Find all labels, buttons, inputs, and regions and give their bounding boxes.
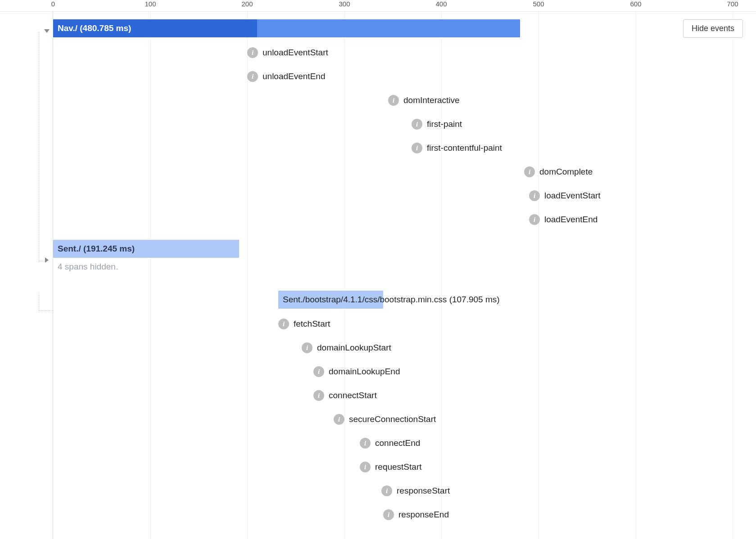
gridline-100 bbox=[150, 12, 151, 539]
info-icon bbox=[313, 390, 324, 401]
event-connectEnd[interactable]: connectEnd bbox=[360, 435, 420, 451]
info-icon bbox=[278, 319, 289, 329]
info-icon bbox=[383, 509, 394, 520]
info-icon bbox=[334, 414, 344, 425]
span-bar-nav-head[interactable]: Nav./ (480.785 ms) bbox=[53, 19, 257, 37]
event-responseEnd[interactable]: responseEnd bbox=[383, 507, 449, 523]
event-label: first-paint bbox=[427, 119, 462, 129]
tick-100: 100 bbox=[145, 0, 156, 8]
chart-area: Nav./ (480.785 ms) unloadEventStart unlo… bbox=[53, 12, 733, 539]
tree-gutter bbox=[0, 11, 53, 539]
tick-400: 400 bbox=[435, 0, 447, 8]
event-loadEventEnd[interactable]: loadEventEnd bbox=[529, 211, 598, 228]
event-label: responseEnd bbox=[398, 510, 449, 520]
info-icon bbox=[529, 214, 540, 225]
time-ruler: 0 100 200 300 400 500 600 700 bbox=[0, 0, 756, 11]
tree-guide-h bbox=[39, 261, 45, 261]
tick-500: 500 bbox=[533, 0, 544, 8]
gridline-300 bbox=[344, 12, 345, 539]
info-icon bbox=[529, 190, 540, 201]
event-first-paint[interactable]: first-paint bbox=[412, 116, 462, 132]
info-icon bbox=[360, 438, 371, 449]
hidden-spans-note: 4 spans hidden. bbox=[58, 262, 118, 272]
event-label: domainLookupStart bbox=[317, 343, 391, 353]
event-label: requestStart bbox=[375, 462, 422, 472]
event-domComplete[interactable]: domComplete bbox=[524, 164, 593, 180]
tree-guide-h bbox=[39, 310, 53, 311]
event-label: unloadEventStart bbox=[263, 48, 328, 58]
gridline-600 bbox=[636, 12, 636, 539]
tree-guide bbox=[39, 292, 39, 311]
info-icon bbox=[412, 143, 422, 153]
event-secureConnectionStart[interactable]: secureConnectionStart bbox=[334, 411, 436, 427]
tick-200: 200 bbox=[241, 0, 253, 8]
event-label: domComplete bbox=[539, 167, 593, 177]
event-domainLookupEnd[interactable]: domainLookupEnd bbox=[313, 364, 400, 380]
event-domainLookupStart[interactable]: domainLookupStart bbox=[302, 340, 391, 356]
span-bar-sent[interactable]: Sent./ (191.245 ms) bbox=[53, 240, 239, 258]
info-icon bbox=[412, 119, 422, 130]
event-requestStart[interactable]: requestStart bbox=[360, 459, 422, 475]
event-label: secureConnectionStart bbox=[349, 414, 436, 424]
event-label: connectStart bbox=[329, 391, 377, 400]
info-icon bbox=[360, 462, 371, 472]
event-label: domInteractive bbox=[403, 95, 460, 105]
event-label: unloadEventEnd bbox=[263, 72, 325, 81]
tick-600: 600 bbox=[630, 0, 641, 8]
event-domInteractive[interactable]: domInteractive bbox=[388, 92, 460, 108]
waterfall-root: 0 100 200 300 400 500 600 700 Nav./ (480… bbox=[0, 0, 756, 539]
tick-700: 700 bbox=[727, 0, 738, 8]
event-loadEventStart[interactable]: loadEventStart bbox=[529, 188, 601, 204]
event-label: loadEventStart bbox=[544, 191, 601, 201]
event-label: fetchStart bbox=[294, 319, 330, 329]
tick-0: 0 bbox=[51, 0, 55, 8]
info-icon bbox=[302, 342, 312, 353]
event-label: loadEventEnd bbox=[544, 215, 598, 225]
span-label-bootstrap: Sent./bootstrap/4.1.1/css/bootstrap.min.… bbox=[283, 291, 500, 309]
event-first-contentful-paint[interactable]: first-contentful-paint bbox=[412, 140, 502, 156]
gridline-500 bbox=[539, 12, 539, 539]
info-icon bbox=[381, 485, 392, 496]
tree-guide bbox=[39, 32, 39, 261]
event-fetchStart[interactable]: fetchStart bbox=[278, 316, 330, 332]
event-connectStart[interactable]: connectStart bbox=[313, 387, 377, 404]
expand-toggle-nav[interactable] bbox=[44, 29, 50, 33]
event-label: first-contentful-paint bbox=[427, 143, 502, 153]
event-responseStart[interactable]: responseStart bbox=[381, 483, 450, 499]
gridline-400 bbox=[441, 12, 442, 539]
gridline-700 bbox=[733, 12, 733, 539]
tick-300: 300 bbox=[339, 0, 350, 8]
event-label: responseStart bbox=[397, 486, 450, 496]
info-icon bbox=[313, 366, 324, 377]
expand-toggle-sent[interactable] bbox=[45, 257, 49, 263]
event-unloadEventStart[interactable]: unloadEventStart bbox=[247, 45, 328, 61]
hide-events-button[interactable]: Hide events bbox=[683, 19, 743, 38]
info-icon bbox=[524, 166, 535, 177]
info-icon bbox=[247, 47, 258, 58]
info-icon bbox=[247, 71, 258, 82]
event-unloadEventEnd[interactable]: unloadEventEnd bbox=[247, 68, 325, 85]
gridline-200 bbox=[247, 12, 248, 539]
info-icon bbox=[388, 95, 399, 106]
event-label: domainLookupEnd bbox=[329, 367, 400, 377]
event-label: connectEnd bbox=[375, 438, 420, 448]
